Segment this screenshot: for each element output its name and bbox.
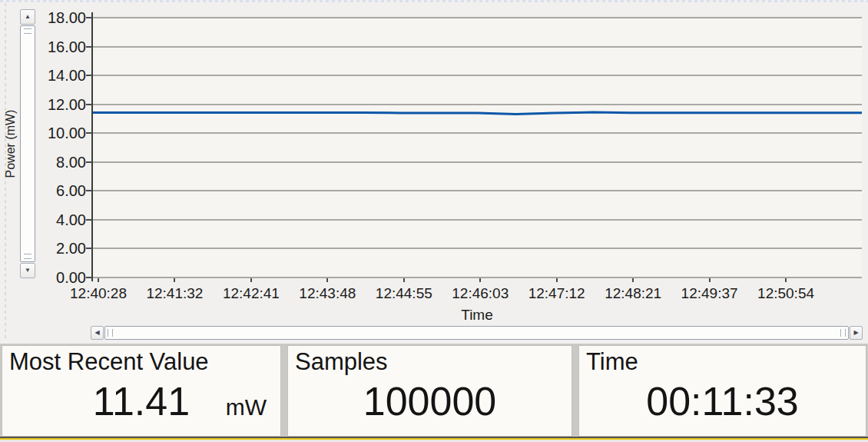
thumb-grip-left[interactable]: [108, 329, 113, 337]
power-series-line: [93, 112, 862, 114]
x-axis-tick-label: 12:50:54: [747, 285, 824, 302]
x-axis-tick-label: 12:40:28: [60, 285, 137, 302]
x-axis-tick: [709, 278, 711, 282]
bottom-accent-bar: [0, 437, 868, 442]
gridline: [93, 161, 862, 163]
x-axis-tick: [556, 278, 558, 282]
y-axis-tick: [86, 248, 92, 249]
y-axis-tick: [86, 161, 92, 163]
y-axis-tick: [86, 46, 92, 48]
statistics-panel: Most Recent Value 11.41 mW Samples 10000…: [0, 344, 868, 437]
power-chart: Power (mW) Time ▲ ▼ ◀ ▶ 18.0016.0014.001…: [0, 0, 868, 344]
gridline: [93, 104, 862, 105]
x-axis-tick: [785, 278, 787, 282]
y-axis-tick-label: 12.00: [28, 95, 86, 114]
y-axis-tick-label: 10.00: [28, 124, 86, 142]
gridline: [93, 219, 862, 221]
x-axis-tick: [326, 278, 328, 282]
scroll-left-icon: ◀: [94, 330, 99, 336]
samples-value: 100000: [288, 375, 571, 436]
elapsed-time-value: 00:11:33: [579, 375, 866, 436]
y-axis-tick: [86, 75, 92, 76]
x-axis-tick: [632, 278, 634, 282]
x-axis-tick-label: 12:42:41: [213, 285, 290, 302]
gridline: [93, 17, 862, 18]
y-axis-tick: [86, 190, 92, 191]
thumb-grip-top[interactable]: [24, 28, 31, 34]
thumb-grip-right[interactable]: [840, 329, 846, 337]
y-axis-tick-label: 0.00: [28, 268, 86, 287]
x-axis-tick: [403, 278, 405, 282]
x-axis-tick-label: 12:41:32: [136, 285, 213, 302]
samples-label: Samples: [295, 349, 571, 375]
most-recent-value-unit: mW: [226, 394, 267, 420]
y-axis-tick: [86, 104, 92, 105]
x-axis-title: Time: [92, 307, 862, 324]
samples-box: Samples 100000: [287, 345, 572, 437]
x-axis-tick-label: 12:44:55: [366, 285, 442, 302]
y-axis-tick-label: 6.00: [28, 181, 86, 200]
y-axis-tick: [86, 277, 92, 278]
gridline: [93, 46, 862, 48]
x-axis-tick-label: 12:47:12: [518, 285, 595, 302]
series-plot: [93, 18, 862, 277]
y-axis-tick-label: 14.00: [28, 66, 86, 85]
y-axis-tick: [86, 17, 92, 18]
gridline: [93, 132, 862, 134]
x-axis-tick: [479, 278, 481, 282]
scroll-right-button[interactable]: ▶: [850, 326, 863, 340]
y-axis-tick-label: 16.00: [28, 38, 86, 56]
gridline: [93, 75, 862, 76]
power-monitor-window: Power (mW) Time ▲ ▼ ◀ ▶ 18.0016.0014.001…: [0, 0, 868, 442]
y-axis-tick-label: 2.00: [28, 239, 86, 258]
elapsed-time-box: Time 00:11:33: [578, 345, 866, 437]
gridline: [93, 248, 862, 249]
horizontal-scrollbar-thumb[interactable]: [104, 326, 849, 340]
y-axis-tick-label: 4.00: [28, 211, 86, 229]
x-axis-tick: [174, 278, 175, 282]
horizontal-scrollbar[interactable]: ◀ ▶: [91, 326, 863, 340]
scroll-right-icon: ▶: [853, 330, 858, 336]
gridline: [93, 277, 862, 278]
y-axis-tick: [86, 219, 92, 221]
y-axis-tick-label: 8.00: [28, 153, 86, 171]
y-axis-tick-label: 18.00: [28, 8, 86, 27]
y-axis-tick: [86, 132, 92, 134]
x-axis-tick-label: 12:48:21: [595, 285, 671, 302]
x-axis-tick-label: 12:46:03: [442, 285, 518, 302]
x-axis-tick-label: 12:49:37: [671, 285, 748, 302]
x-axis-tick: [250, 278, 252, 282]
most-recent-value-label: Most Recent Value: [9, 349, 280, 375]
x-axis-tick-label: 12:43:48: [289, 285, 366, 302]
y-axis-title: Power (mW): [4, 82, 18, 205]
x-axis-tick: [98, 278, 99, 282]
elapsed-time-label: Time: [586, 349, 866, 375]
most-recent-value-box: Most Recent Value 11.41 mW: [2, 345, 281, 437]
scroll-left-button[interactable]: ◀: [91, 326, 104, 340]
gridline: [93, 190, 862, 191]
